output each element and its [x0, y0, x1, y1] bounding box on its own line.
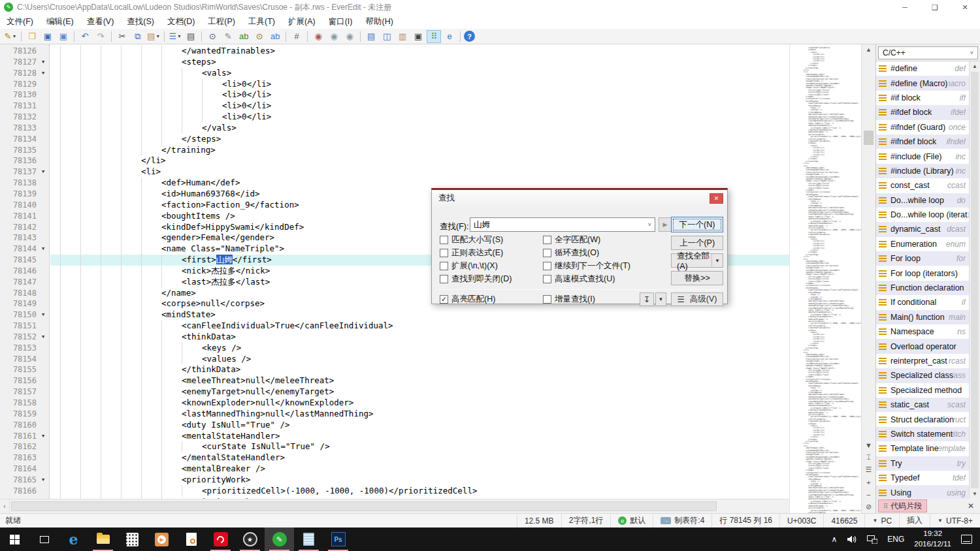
checkbox-icon[interactable] [440, 236, 448, 244]
game-center-icon[interactable]: ★ [235, 527, 265, 551]
snippet-item[interactable]: #define (Macro)macro [876, 76, 969, 90]
hex-view-button[interactable]: # [289, 30, 304, 43]
replace-toggle-button[interactable]: 替换>> [671, 271, 723, 285]
snippet-item[interactable]: Do...while loopdo [876, 193, 969, 208]
code-line[interactable]: 78160<duty IsNull="True" /> [0, 420, 789, 431]
snippet-item[interactable]: Usingusing [876, 485, 969, 499]
status-segment-6[interactable]: 416625 [823, 514, 864, 527]
horizontal-scroll-thumb[interactable] [11, 501, 717, 511]
status-segment-9[interactable]: ▼UTF-8+ [930, 514, 980, 527]
checkbox-icon[interactable] [543, 295, 551, 304]
status-segment-5[interactable]: U+003C [779, 514, 823, 527]
task-view-button[interactable] [29, 527, 59, 551]
scroll-up-icon[interactable]: ▲ [862, 44, 875, 55]
ruler-icon[interactable]: ☰ [862, 464, 875, 476]
checkbox-icon[interactable] [440, 249, 448, 257]
vertical-scrollbar[interactable]: ▲ ▼ ⌶ ☰ + − ⊘ [861, 44, 875, 513]
find-go-button[interactable]: ▶ [659, 217, 672, 232]
code-line[interactable]: 78159<lastMannedThing>null</lastMannedTh… [0, 409, 789, 420]
snippet-item[interactable]: #ifndef (Guard)once [876, 120, 969, 134]
code-line[interactable]: 78138<def>Human</def> [0, 178, 789, 189]
panel-close-icon[interactable]: ✕ [968, 501, 974, 511]
action-center-icon[interactable] [961, 535, 972, 544]
undo-button[interactable]: ↶ [78, 30, 92, 43]
zoom-in-icon[interactable]: + [862, 476, 875, 488]
fold-marker-icon[interactable]: ▼ [39, 68, 48, 79]
snippet-item[interactable]: Specialized classclass [876, 368, 969, 383]
netease-music-icon[interactable] [206, 527, 235, 551]
line-sort-button[interactable]: ☰▼ [168, 30, 182, 43]
network-icon[interactable] [867, 535, 877, 544]
save-button[interactable]: ▣ [41, 30, 55, 43]
help-button[interactable]: ? [464, 31, 475, 42]
copy-button[interactable]: ⧉ [131, 30, 145, 43]
open-file-button[interactable]: ❒ [25, 30, 39, 43]
snippet-item[interactable]: Typedeftdef [876, 471, 969, 485]
checkbox-highlight-matches[interactable]: ✓高亮匹配(H) [440, 294, 495, 305]
status-segment-0[interactable]: 12.5 MB [517, 514, 561, 527]
snippet-item[interactable]: Switch statementswitch [876, 427, 969, 441]
snippet-language-select[interactable]: C/C++ ˅ [878, 46, 978, 59]
snippet-item[interactable]: #definedef [876, 61, 969, 76]
snippet-item[interactable]: Specialized method [876, 383, 969, 398]
status-segment-2[interactable]: e默认 [610, 514, 653, 527]
snippet-item[interactable]: #ifdef blockifdef [876, 105, 969, 119]
zoom-out-icon[interactable]: − [862, 488, 875, 501]
checkbox-icon[interactable] [440, 262, 448, 270]
scroll-left-icon[interactable]: ‹ [0, 499, 10, 513]
code-line[interactable]: 78151<canFleeIndividual>True</canFleeInd… [0, 321, 789, 332]
code-line[interactable]: 78127▼<steps> [0, 57, 789, 68]
snippet-panel-button[interactable]: ⠿ [427, 30, 441, 43]
code-line[interactable]: 78126</wantedTrainables> [0, 46, 789, 57]
checkbox-icon[interactable] [440, 275, 448, 283]
find-button[interactable]: ⊙ [205, 30, 220, 43]
search-document-icon[interactable] [176, 527, 206, 551]
new-file-button[interactable]: ✎▼ [3, 30, 18, 43]
horizontal-scrollbar[interactable]: ‹ [0, 499, 789, 513]
split-view-button[interactable]: ◫ [380, 30, 394, 43]
quick-modify-button[interactable]: ✎ [221, 30, 235, 43]
chevron-down-icon[interactable]: ˅ [648, 221, 651, 228]
checkbox-right-3[interactable]: 高速模式查找(U) [543, 274, 615, 285]
menu-item-5[interactable]: 工程(P) [201, 14, 242, 29]
media-player-icon[interactable]: ▶ [147, 527, 176, 551]
code-line[interactable]: 78152▼<thinkData> [0, 332, 789, 343]
close-button[interactable]: ✕ [950, 0, 980, 14]
menu-item-2[interactable]: 查看(V) [80, 14, 121, 29]
fold-marker-icon[interactable]: ▼ [39, 431, 48, 442]
checkbox-icon[interactable] [543, 249, 551, 257]
menu-item-3[interactable]: 查找(S) [120, 14, 161, 29]
snippet-item[interactable]: #include (Library)inc [876, 164, 969, 178]
checkbox-right-0[interactable]: 全字匹配(W) [543, 234, 600, 245]
find-in-files-button[interactable]: ⊙ [252, 30, 267, 43]
checkbox-icon[interactable] [543, 275, 551, 283]
menu-item-1[interactable]: 编辑(E) [40, 14, 80, 29]
maximize-button[interactable]: ❑ [920, 0, 950, 14]
console-panel-button[interactable]: ▣ [411, 30, 425, 43]
checkbox-right-2[interactable]: 继续到下一个文件(T) [543, 260, 630, 272]
status-segment-1[interactable]: 2字符,1行 [561, 514, 611, 527]
code-line[interactable]: 78155</thinkData> [0, 364, 789, 375]
snippet-item[interactable]: dynamic_castdcast [876, 222, 969, 236]
input-language[interactable]: ENG [887, 535, 904, 544]
code-line[interactable]: 78132<li>0</li> [0, 112, 789, 123]
photoshop-icon[interactable]: Ps [323, 527, 353, 551]
snippet-item[interactable]: const_castccast [876, 178, 969, 193]
find-input[interactable]: 山姆 ˅ [470, 217, 655, 232]
scroll-down-icon[interactable]: ▼ [970, 489, 980, 499]
code-line[interactable]: 78134</steps> [0, 134, 789, 145]
snippet-item[interactable]: Enumerationenum [876, 237, 969, 251]
snippet-item[interactable]: Template linetemplate [876, 441, 969, 456]
external-edit-button[interactable]: ▥ [395, 30, 410, 43]
macro-manage-button[interactable]: ◉ [342, 30, 357, 43]
code-line[interactable]: 78158<knownExploder>null</knownExploder> [0, 398, 789, 409]
tab-code-snippets[interactable]: ⠿ 代码片段 [878, 499, 927, 512]
find-all-button[interactable]: 查找全部(A) ▼ [671, 253, 723, 268]
checkbox-icon[interactable] [543, 236, 551, 244]
code-line[interactable]: 78154<values /> [0, 354, 789, 365]
menu-item-0[interactable]: 文件(F) [0, 14, 40, 29]
fold-marker-icon[interactable]: ▼ [39, 166, 48, 178]
snippet-item[interactable]: reinterpret_castrcast [876, 354, 969, 368]
code-line[interactable]: 78164<mentalBreaker /> [0, 464, 789, 475]
code-line[interactable]: 78165▼<priorityWork> [0, 475, 789, 486]
